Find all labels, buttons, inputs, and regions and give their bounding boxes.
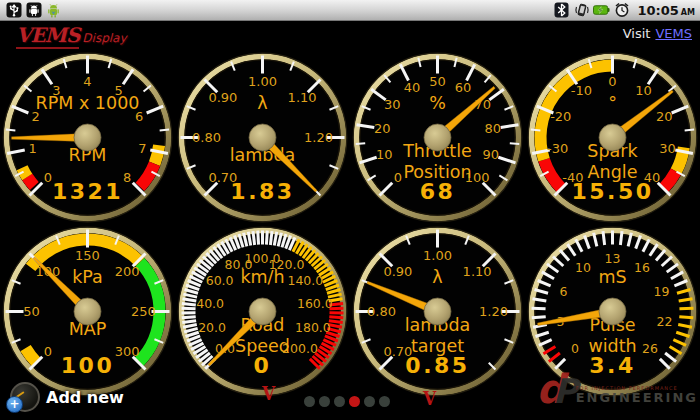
gauge-lambda-target[interactable]: 0.700.800.901.001.101.20λlambdatarget0.8… <box>350 224 525 399</box>
gauge-scale-label: 1.00 <box>423 248 452 263</box>
gauge-scale-label: 1.20 <box>479 304 508 319</box>
status-bar[interactable]: 10:05AM <box>0 0 700 21</box>
gauge-scale-label: 50 <box>429 74 446 89</box>
gauge-scale-label: 300 <box>115 344 140 359</box>
gauge-scale-label: 40 <box>404 80 421 95</box>
gauge-scale-label: 16 <box>634 260 650 275</box>
gauge-value: 0.85 <box>405 353 469 378</box>
gauge-title: % <box>429 93 446 113</box>
status-bar-right: 10:05AM <box>548 2 700 18</box>
gauge-scale-label: 0 <box>608 74 616 89</box>
gauge-scale-label: 1.10 <box>463 264 492 279</box>
gauge-scale-label: 0 <box>44 344 52 359</box>
gauge-hub <box>74 298 101 325</box>
android-debug-icon <box>25 2 42 18</box>
gauge-value: 1.83 <box>230 179 294 204</box>
vems-logo-text: VEMS <box>16 23 79 49</box>
gauge-scale-label: 8 <box>123 170 131 185</box>
gauge-scale-label: 180.0 <box>295 320 331 335</box>
gauge-title: RPM x 1000 <box>36 93 140 113</box>
brand-p: P <box>553 376 578 406</box>
alarm-icon <box>613 2 630 18</box>
clock-text: 10:05AM <box>637 3 695 18</box>
gauge-scale-label: 250 <box>131 304 156 319</box>
screen: 10:05AM VEMSDisplay VisitVEMS 012345678R… <box>0 0 700 420</box>
gauge-scale-label: 60 <box>455 80 472 95</box>
gauge-scale-label: 13 <box>605 251 621 266</box>
gauge-scale-label: -20 <box>550 109 571 124</box>
gauge-hub <box>424 124 451 151</box>
add-new-label: Add new <box>46 388 124 407</box>
gauge-scale-label: 90 <box>482 147 499 162</box>
gauge-scale-label: 20 <box>374 121 391 136</box>
gauge-scale-label: 0.90 <box>383 264 412 279</box>
gauge-scale-label: 200 <box>115 264 140 279</box>
gauge-throttle-position[interactable]: 0102030405060708090100%ThrottlePosition6… <box>350 50 525 225</box>
bluetooth-icon <box>553 2 570 18</box>
page-dot[interactable] <box>304 396 315 407</box>
android-app-icon <box>45 2 62 18</box>
gauge-scale-label: 4 <box>83 74 91 89</box>
gauge-scale-label: 160.0 <box>297 296 333 311</box>
gauge-hub <box>249 298 276 325</box>
gauge-title: km/h <box>240 267 284 287</box>
page-indicator <box>304 396 390 407</box>
gauge-scale-label: -10 <box>571 83 592 98</box>
gauge-value: 1321 <box>52 179 123 204</box>
page-dot[interactable] <box>334 396 345 407</box>
gauge-scale-label: 1 <box>28 141 36 156</box>
gauge-title: λ <box>257 93 267 113</box>
gauge-scale-label: 50 <box>23 304 40 319</box>
gauge-scale-label: 1.10 <box>288 90 317 105</box>
gauge-scale-label: 40.0 <box>196 296 224 311</box>
gauge-scale-label: 0 <box>571 341 579 356</box>
gauge-scale-label: 80 <box>485 121 502 136</box>
battery-icon <box>593 2 610 18</box>
gauge-rpm[interactable]: 012345678RPM x 1000RPM1321 <box>0 50 175 225</box>
vems-v-mark: V <box>423 389 436 410</box>
dp-engineering-logo: dP FOR INJECTION PERFORMANCE ENGINEERING <box>536 372 698 406</box>
gauge-scale-label: 1.20 <box>304 130 333 145</box>
page-dot[interactable] <box>364 396 375 407</box>
gauge-title: λ <box>432 267 442 287</box>
gauge-road-speed[interactable]: 0.020.040.060.080.0100.0120.0140.0160.01… <box>175 224 350 399</box>
gauge-title: kPa <box>72 267 103 287</box>
gauge-scale-label: 0 <box>394 170 402 185</box>
gauge-hub <box>74 124 101 151</box>
gauge-scale-label: 10 <box>575 260 591 275</box>
brand-name: ENGINEERING <box>576 391 698 404</box>
gauge-scale-label: 1.00 <box>248 74 277 89</box>
gauge-value: 0 <box>254 353 272 378</box>
gauge-scale-label: 0.80 <box>192 130 221 145</box>
gauge-hub <box>599 124 626 151</box>
gauge-spark-angle[interactable]: -40-30-20-10010203040°SparkAngle15.50 <box>525 50 700 225</box>
gauge-scale-label: -30 <box>547 141 568 156</box>
gauge-scale-label: 7 <box>138 141 146 156</box>
plus-badge-icon: + <box>6 396 23 413</box>
gauge-scale-label: 19 <box>654 284 670 299</box>
gauge-scale-label: 0.80 <box>367 304 396 319</box>
add-gauge-icon: + <box>8 382 38 412</box>
visit-text: Visit <box>623 26 651 41</box>
page-dot[interactable] <box>379 396 390 407</box>
gauge-value: 68 <box>420 179 456 204</box>
gauge-map[interactable]: 050100150200250300kPaMAP100 <box>0 224 175 399</box>
usb-icon <box>5 2 22 18</box>
vems-logo-subtext: Display <box>82 31 126 45</box>
add-new-button[interactable]: + Add new <box>8 382 124 412</box>
gauge-scale-label: 22 <box>657 314 673 329</box>
page-dot[interactable] <box>319 396 330 407</box>
gauge-title: mS <box>598 267 626 287</box>
status-bar-left <box>0 2 67 18</box>
vems-v-mark: V <box>262 384 275 405</box>
vems-display-logo: VEMSDisplay <box>16 23 127 47</box>
gauge-scale-label: 30 <box>384 97 401 112</box>
gauge-scale-label: 10 <box>635 83 652 98</box>
page-dot-active[interactable] <box>349 396 360 407</box>
visit-vems-link[interactable]: VEMS <box>655 26 692 41</box>
gauge-scale-label: 20 <box>656 109 673 124</box>
gauge-scale-label: 20.0 <box>198 320 226 335</box>
gauge-lambda[interactable]: 0.700.800.901.001.101.20λlambda1.83 <box>175 50 350 225</box>
gauge-scale-label: 60.0 <box>206 273 234 288</box>
gauge-grid: 012345678RPM x 1000RPM13210.700.800.901.… <box>0 0 700 420</box>
